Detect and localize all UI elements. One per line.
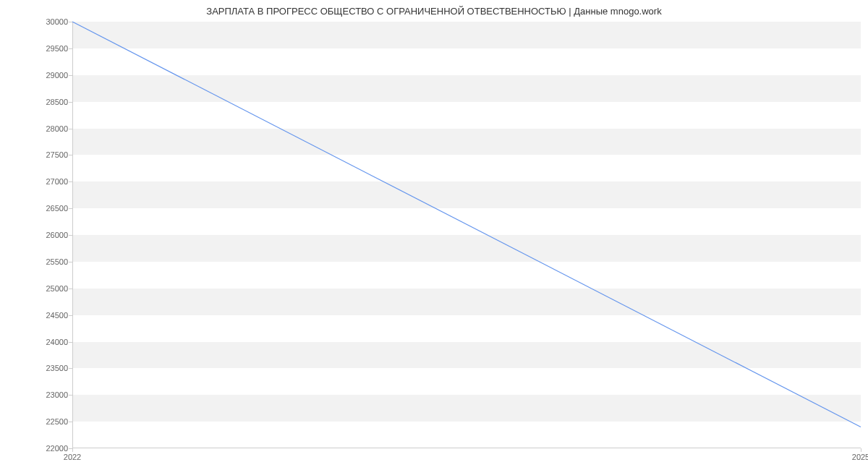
y-axis-tick-label: 27000 <box>46 177 68 186</box>
y-tick <box>69 155 72 155</box>
y-axis-tick-label: 23500 <box>46 364 68 372</box>
y-tick <box>69 289 72 289</box>
y-tick <box>69 102 72 103</box>
x-tick <box>861 448 861 452</box>
y-tick <box>69 395 72 396</box>
y-tick <box>69 262 72 262</box>
x-axis-tick-label: 2022 <box>64 453 81 461</box>
y-axis-tick-label: 30000 <box>46 17 68 26</box>
y-axis-tick-label: 22000 <box>46 444 68 453</box>
y-axis-tick-label: 22500 <box>46 417 68 426</box>
y-tick <box>69 208 72 209</box>
y-axis-tick-label: 29000 <box>46 71 68 80</box>
y-tick <box>69 315 72 316</box>
y-axis-tick-label: 25500 <box>46 257 68 266</box>
y-axis-tick-label: 26500 <box>46 204 68 213</box>
y-axis-tick-label: 29500 <box>46 44 68 53</box>
y-tick <box>69 368 72 369</box>
plot-area: 2200022500230002350024000245002500025500… <box>72 22 861 448</box>
y-tick <box>69 22 72 22</box>
chart-line-series <box>72 22 861 448</box>
y-axis-tick-label: 25000 <box>46 284 68 293</box>
y-tick <box>69 75 72 76</box>
y-tick <box>69 181 72 182</box>
x-tick <box>72 448 73 452</box>
y-tick <box>69 422 72 422</box>
y-tick <box>69 342 72 343</box>
y-axis-tick-label: 27500 <box>46 150 68 159</box>
y-tick <box>69 48 72 49</box>
y-tick <box>69 235 72 236</box>
chart-container: ЗАРПЛАТА В ПРОГРЕСС ОБЩЕСТВО С ОГРАНИЧЕН… <box>0 0 868 470</box>
y-axis-tick-label: 24500 <box>46 311 68 320</box>
y-tick <box>69 129 72 129</box>
chart-title: ЗАРПЛАТА В ПРОГРЕСС ОБЩЕСТВО С ОГРАНИЧЕН… <box>0 0 868 22</box>
y-axis-tick-label: 26000 <box>46 231 68 239</box>
y-axis-tick-label: 28000 <box>46 124 68 133</box>
line-series-path <box>72 22 861 427</box>
y-axis-tick-label: 23000 <box>46 390 68 399</box>
y-axis-tick-label: 24000 <box>46 338 68 346</box>
x-axis-tick-label: 2025 <box>852 453 868 461</box>
y-axis-tick-label: 28500 <box>46 98 68 106</box>
